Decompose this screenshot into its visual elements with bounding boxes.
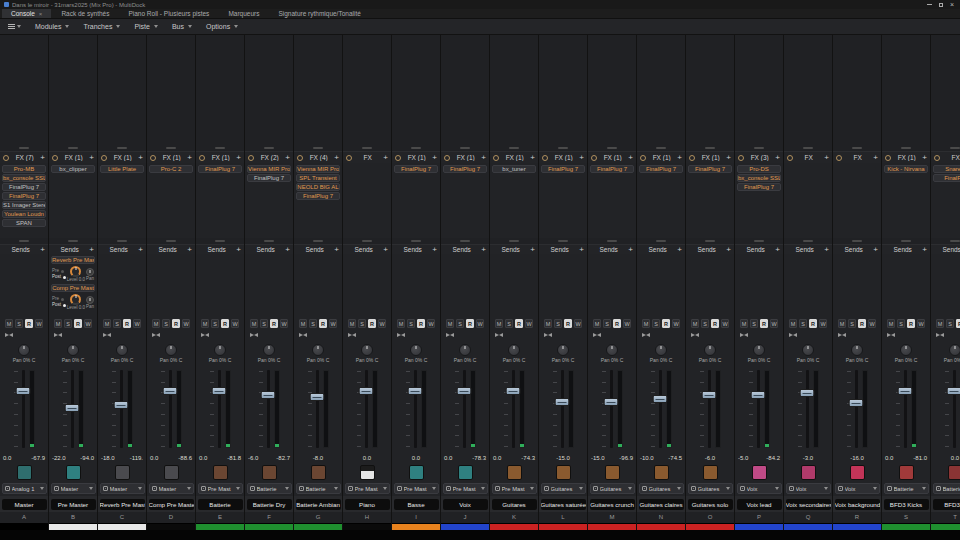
electric-guitar-icon[interactable] — [507, 465, 522, 480]
volume-value[interactable]: -10.0 — [640, 455, 654, 461]
add-send-icon[interactable]: + — [873, 247, 878, 253]
section-resize-handle[interactable] — [264, 147, 274, 149]
stereo-format-icon[interactable] — [5, 333, 13, 337]
section-resize-handle[interactable] — [68, 147, 78, 149]
mute-button[interactable]: M — [936, 319, 944, 328]
power-icon[interactable] — [346, 155, 352, 161]
fader-track[interactable] — [610, 370, 613, 448]
power-icon[interactable] — [101, 155, 107, 161]
pan-knob[interactable] — [851, 344, 863, 356]
stereo-format-icon[interactable] — [495, 333, 503, 337]
drum-icon[interactable] — [948, 465, 960, 480]
output-select[interactable]: Pre Mast — [443, 483, 488, 494]
tab-close-icon[interactable]: × — [39, 11, 43, 17]
track-name[interactable]: Voix — [443, 499, 488, 510]
volume-value[interactable]: -15.0 — [556, 455, 570, 461]
record-button[interactable]: R — [858, 319, 866, 328]
section-resize-handle[interactable] — [607, 147, 617, 149]
record-button[interactable]: R — [956, 319, 960, 328]
section-resize-handle[interactable] — [68, 240, 78, 242]
close-icon[interactable]: × — [950, 2, 954, 7]
power-icon[interactable] — [150, 155, 156, 161]
section-resize-handle[interactable] — [411, 240, 421, 242]
record-button[interactable]: R — [221, 319, 229, 328]
power-icon[interactable] — [395, 155, 401, 161]
section-resize-handle[interactable] — [754, 147, 764, 149]
electric-guitar-icon[interactable] — [703, 465, 718, 480]
fx-slot[interactable]: FinalPlug 7 — [737, 183, 781, 191]
write-button[interactable]: W — [721, 319, 729, 328]
fx-slot[interactable]: Vienna MIR Pro — [247, 165, 291, 173]
fader-handle[interactable] — [212, 387, 227, 395]
drum-icon[interactable] — [899, 465, 914, 480]
section-resize-handle[interactable] — [705, 147, 715, 149]
send-pan-knob[interactable] — [86, 268, 94, 276]
section-resize-handle[interactable] — [852, 147, 862, 149]
fader-track[interactable] — [757, 370, 760, 448]
record-button[interactable]: R — [711, 319, 719, 328]
track-name[interactable]: Pre Master — [51, 499, 96, 510]
output-select[interactable]: Voix — [835, 483, 880, 494]
pan-knob[interactable] — [263, 344, 275, 356]
track-name[interactable]: Master — [2, 499, 47, 510]
fx-slot[interactable]: Pro-C 2 — [149, 165, 193, 173]
mute-button[interactable]: M — [54, 319, 62, 328]
fx-slot[interactable]: Pro-MB — [2, 165, 46, 173]
fader-track[interactable] — [218, 370, 221, 448]
solo-button[interactable]: S — [358, 319, 366, 328]
pan-knob[interactable] — [312, 344, 324, 356]
fader-track[interactable] — [659, 370, 662, 448]
track-name[interactable]: Guitares saturée — [541, 499, 586, 510]
record-button[interactable]: R — [564, 319, 572, 328]
section-resize-handle[interactable] — [656, 240, 666, 242]
add-send-icon[interactable]: + — [432, 247, 437, 253]
add-fx-icon[interactable]: + — [530, 155, 535, 161]
pan-knob[interactable] — [557, 344, 569, 356]
mute-button[interactable]: M — [495, 319, 503, 328]
section-resize-handle[interactable] — [509, 147, 519, 149]
electric-guitar-icon[interactable] — [556, 465, 571, 480]
power-icon[interactable] — [787, 155, 793, 161]
add-send-icon[interactable]: + — [628, 247, 633, 253]
fx-slot[interactable]: Little Plate — [100, 165, 144, 173]
drum-kit-icon[interactable] — [262, 465, 277, 480]
fader-handle[interactable] — [16, 387, 31, 395]
pan-knob[interactable] — [410, 344, 422, 356]
volume-value[interactable]: 0.0 — [951, 455, 959, 461]
solo-button[interactable]: S — [15, 319, 23, 328]
record-button[interactable]: R — [907, 319, 915, 328]
fader-handle[interactable] — [261, 391, 276, 399]
solo-button[interactable]: S — [750, 319, 758, 328]
track-name[interactable]: BFD3 S — [933, 499, 960, 510]
fx-slot[interactable]: SPAN — [2, 219, 46, 227]
mute-button[interactable]: M — [201, 319, 209, 328]
fader-handle[interactable] — [800, 389, 815, 397]
solo-button[interactable]: S — [113, 319, 121, 328]
add-fx-icon[interactable]: + — [481, 155, 486, 161]
power-icon[interactable] — [297, 155, 303, 161]
section-resize-handle[interactable] — [754, 240, 764, 242]
record-button[interactable]: R — [613, 319, 621, 328]
section-resize-handle[interactable] — [313, 147, 323, 149]
stereo-format-icon[interactable] — [789, 333, 797, 337]
section-resize-handle[interactable] — [19, 240, 29, 242]
section-resize-handle[interactable] — [460, 147, 470, 149]
pan-knob[interactable] — [67, 344, 79, 356]
post-option[interactable]: Post — [52, 275, 66, 279]
write-button[interactable]: W — [182, 319, 190, 328]
write-button[interactable]: W — [231, 319, 239, 328]
add-fx-icon[interactable]: + — [775, 155, 780, 161]
send-pan-knob[interactable] — [86, 296, 94, 304]
section-resize-handle[interactable] — [362, 147, 372, 149]
pan-knob[interactable] — [949, 344, 960, 356]
output-select[interactable]: Batterie — [296, 483, 341, 494]
power-icon[interactable] — [689, 155, 695, 161]
add-fx-icon[interactable]: + — [579, 155, 584, 161]
add-send-icon[interactable]: + — [530, 247, 535, 253]
add-fx-icon[interactable]: + — [187, 155, 192, 161]
microphone-icon[interactable] — [801, 465, 816, 480]
record-button[interactable]: R — [417, 319, 425, 328]
stereo-format-icon[interactable] — [593, 333, 601, 337]
section-resize-handle[interactable] — [411, 147, 421, 149]
add-send-icon[interactable]: + — [236, 247, 241, 253]
